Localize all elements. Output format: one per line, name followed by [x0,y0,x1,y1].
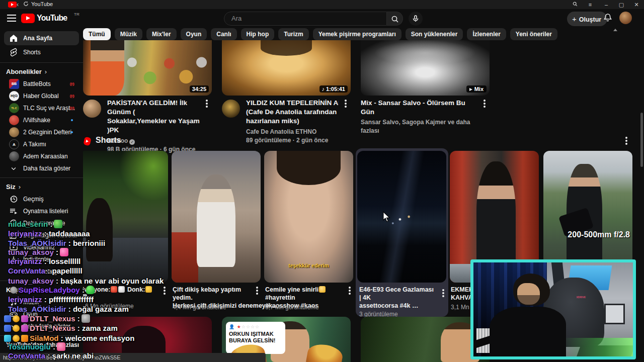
youtube-favicon-icon [8,2,17,8]
short-card-cemile[interactable]: teşekkür ederim Cemile yine sinirli#hayr… [264,151,354,313]
chip-oyun[interactable]: Oyun [181,28,207,40]
video-thumbnail-pakistan[interactable]: 34:25 [83,40,212,96]
chevron-down-icon [10,268,17,275]
kebab-menu-icon[interactable] [206,103,208,105]
chip-turizm[interactable]: Turizm [278,28,308,40]
kebab-menu-icon[interactable] [164,290,166,292]
short-thumbnail[interactable]: teşekkür ederim [264,151,353,283]
scrollbar-thumb[interactable] [640,113,643,167]
sidebar-channel-tlc[interactable]: TLC TLC Suç ve Araşt... ((•)) [4,102,79,114]
scroll-top-arrow-icon [613,29,617,31]
kebab-menu-icon[interactable] [349,290,351,292]
back-icon[interactable]: ‹ [17,1,19,9]
video-title[interactable]: PAKİSTAN'A GELDİM! İlk Günüm (Sokaklar,Y… [107,99,200,154]
short-views: 2,6 Mn görüntüleme [80,303,134,310]
you-header[interactable]: Siz› [0,181,83,193]
account-avatar[interactable] [619,12,632,24]
smirk-emoji-icon [145,286,152,293]
mix-badge: Mix [466,85,487,93]
gaming-icon [9,310,18,319]
sidebar-channel-haber-global[interactable]: H|G Haber Global ((•)) [4,90,79,102]
channel-name[interactable]: Cafe De Anatolia ETHNO [246,128,339,136]
chip-canli[interactable]: Canlı [211,28,236,40]
sidebar-item-playlists[interactable]: Oynatma listeleri [4,205,79,217]
music-icon [9,298,18,307]
find-icon[interactable] [571,1,580,9]
kebab-menu-icon[interactable] [442,292,444,294]
subscriptions-header[interactable]: Abonelikler› [0,66,83,78]
short-thumbnail[interactable] [79,151,168,283]
chip-tumu[interactable]: Tümü [83,28,111,40]
short-card-kebap[interactable]: Çift dikiş kebap yaptım yedim.Herkesi çi… [172,151,261,313]
short-thumbnail[interactable] [357,151,446,283]
video-thumbnail-yildiz-kum[interactable]: ♪ 1:05:41 [222,40,351,96]
sidebar-channel-2gezginin[interactable]: 2 Gezginin Defteri [4,126,79,138]
chip-mixler[interactable]: Mix'ler [146,28,177,40]
filter-chip-bar: Tümü Müzik Mix'ler Oyun Canlı Hip hop Tu… [83,28,636,41]
sidebar-item-gaming[interactable]: Oyun [4,308,79,320]
sidebar-show-more-you[interactable]: Daha fazla göster [4,265,79,278]
home-icon [9,34,18,43]
kebab-menu-icon[interactable] [256,290,258,292]
menu-icon[interactable]: ≡ [586,1,595,9]
sidebar-item-downloads[interactable]: İndirilenler [4,253,79,265]
maximize-button[interactable]: ▢ [617,1,626,9]
short-thumbnail[interactable] [172,151,261,283]
search-button[interactable] [387,12,403,26]
voice-search-button[interactable] [409,12,423,26]
close-button[interactable]: ✕ [632,1,641,9]
sidebar-item-liked-videos[interactable]: Beğendiğim videolar [4,229,79,241]
sidebar-show-more-explore[interactable]: Daha fazla göster [4,320,79,332]
shorts-section-kebab-icon[interactable] [625,140,627,142]
chip-hiphop[interactable]: Hip hop [241,28,275,40]
minimize-button[interactable]: – [602,1,611,9]
sidebar-item-home[interactable]: Ana Sayfa [4,31,79,45]
short-card-everyone[interactable]: Everyone: Donk: 2,6 Mn görüntüleme [79,151,169,313]
chip-yeni-oneriler[interactable]: Yeni öneriler [510,28,557,40]
rage-emoji-icon [111,286,117,293]
youtube-logo[interactable]: YouTube TR [21,13,82,24]
create-button[interactable]: +Oluştur [567,12,607,26]
sidebar-item-history[interactable]: Geçmiş [4,193,79,205]
youtube-logo-play-icon [21,14,35,23]
search-input[interactable]: Ara [224,12,387,26]
sidebar-item-your-videos[interactable]: Videolarınız [4,241,79,253]
channel-avatar [9,127,19,137]
sidebar-channel-battlebots[interactable]: BB BattleBots ((•)) [4,78,79,90]
chip-son-yuklenenler[interactable]: Son yüklenenler [406,28,463,40]
video-thumbnail-mix-sansar[interactable]: Mix [361,40,490,96]
hamburger-menu-icon[interactable] [7,15,16,22]
divider [0,281,83,281]
channel-avatar: H|G [9,91,19,101]
sidebar-channel-milfshake[interactable]: /\/\ilfshake [4,114,79,126]
streamer-webcam-overlay: XDRIVE [470,259,636,359]
channel-avatar[interactable] [83,100,101,118]
kebab-menu-icon[interactable] [345,103,347,105]
play-icon [469,88,472,91]
youtube-masthead: YouTube TR Ara +Oluştur [0,9,644,28]
sidebar-item-music[interactable]: Müzik [4,296,79,308]
lens-overlay-text: 200-500mm f/2.8 [568,230,630,239]
video-title[interactable]: YILDIZ KUM TEPELERİNİN ALTINDAKİ YANKILA… [246,99,339,145]
sidebar-item-watch-later[interactable]: Daha sonra izle [4,217,79,229]
channel-avatar: A [9,139,19,149]
channel-avatar[interactable] [222,100,240,118]
sidebar-show-more[interactable]: Daha fazla göster [4,162,79,174]
channel-avatar: TLC [9,103,19,113]
sidebar-item-shorts[interactable]: Shorts [4,45,79,59]
video-title[interactable]: Mix - Sansar Salvo - Ölürsem Bu Gün Sans… [361,99,479,135]
screen: ‹ YouTube ≡ – ▢ ✕ YouTube TR Ara +Oluştu… [0,0,644,362]
divider [0,177,83,178]
sidebar-channel-adem[interactable]: Adem Karaaslan [4,150,79,162]
chip-yemek[interactable]: Yemek pişirme programları [313,28,401,40]
kebab-menu-icon[interactable] [484,103,486,105]
short-title[interactable]: E46-E93 Gece Gazlaması | 4Kassettocorsa … [359,286,436,310]
short-card-e46-hovered[interactable]: E46-E93 Gece Gazlaması | 4Kassettocorsa … [356,148,448,317]
notifications-bell-icon[interactable] [603,13,612,24]
short-title[interactable]: Everyone: Donk: [80,286,156,302]
explore-header: Keşfet [0,284,83,296]
sidebar-channel-atakimi[interactable]: A A Takımı [4,138,79,150]
chip-muzik[interactable]: Müzik [115,28,142,40]
chip-izlenenler[interactable]: İzlenenler [467,28,506,40]
refresh-icon[interactable] [23,1,29,9]
